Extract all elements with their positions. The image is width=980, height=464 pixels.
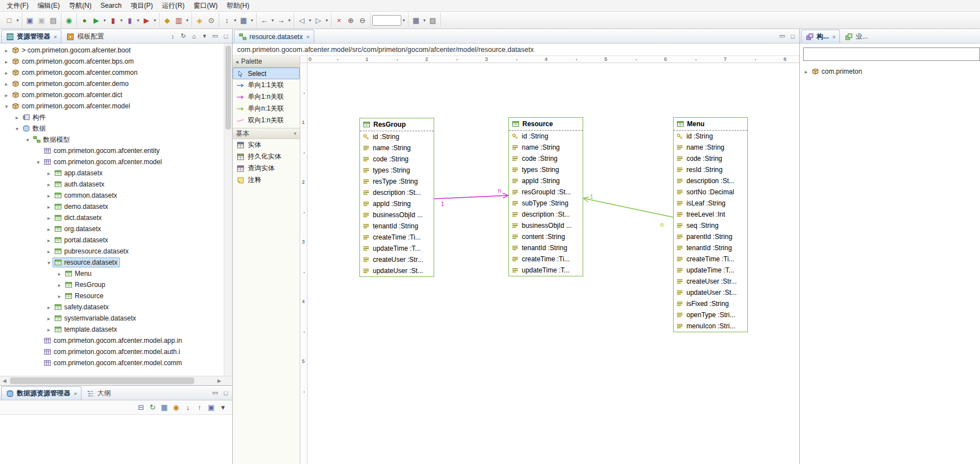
tree-item[interactable]: ▸app.datasetx xyxy=(0,168,232,179)
diagram-canvas[interactable]: 1nn1 ResGroupid :Stringname :Stringcode … xyxy=(308,63,799,464)
chevron-expanded-icon[interactable]: ▾ xyxy=(23,137,32,143)
component-search-input[interactable] xyxy=(803,47,980,61)
tree-item[interactable]: ▸构件 xyxy=(0,112,232,123)
palette-tool-assoc-1-n[interactable]: 单向1:n关联 xyxy=(233,91,300,103)
tree-item[interactable]: ▸ResGroup xyxy=(0,279,232,290)
entity-field[interactable]: updateUser :St... xyxy=(360,265,434,276)
palette-tool-assoc-n-1[interactable]: 单向n:1关联 xyxy=(233,103,300,114)
entity-field[interactable]: name :String xyxy=(509,142,583,153)
tree-item[interactable]: ▸safety.datasetx xyxy=(0,302,232,313)
chevron-collapsed-icon[interactable]: ▸ xyxy=(45,181,53,188)
menu-navigate[interactable]: 导航(N) xyxy=(64,0,96,12)
link-with-editor-icon[interactable]: ↕ xyxy=(167,31,178,41)
toolbar-external-tools-dropdown-icon[interactable]: ▾ xyxy=(152,18,157,23)
tree-item[interactable]: com.primeton.gocom.afcenter.model.app.in xyxy=(0,335,232,346)
toolbar-new-table-icon[interactable]: ▦ xyxy=(238,14,249,26)
toolbar-profile-icon[interactable]: ▮ xyxy=(124,14,136,26)
palette-tool-query-entity-tool[interactable]: 查询实体 xyxy=(233,162,300,174)
close-icon[interactable]: × xyxy=(832,34,835,40)
entity-field[interactable]: id :String xyxy=(360,131,434,142)
entity-field[interactable]: description :St... xyxy=(674,175,747,186)
close-icon[interactable]: × xyxy=(306,34,309,40)
toolbar-back-icon[interactable]: ← xyxy=(258,14,270,26)
entity-field[interactable]: businessObjId ... xyxy=(360,209,434,221)
chevron-collapsed-icon[interactable]: ▸ xyxy=(45,315,53,322)
palette-group-basic[interactable]: 基本▾ xyxy=(233,128,300,139)
chevron-collapsed-icon[interactable]: ▸ xyxy=(2,47,11,54)
chevron-collapsed-icon[interactable]: ▸ xyxy=(45,304,53,310)
tree-item[interactable]: ▸demo.datasetx xyxy=(0,201,232,212)
toolbar-forward-dropdown-icon[interactable]: ▾ xyxy=(287,18,292,23)
entity-field[interactable]: createUser :Str... xyxy=(360,254,434,265)
entity-field[interactable]: treeLevel :Int xyxy=(674,209,747,220)
chevron-collapsed-icon[interactable]: ▸ xyxy=(802,69,810,75)
entity-field[interactable]: isFixed :String xyxy=(674,298,747,309)
toolbar-overview-icon[interactable]: ▨ xyxy=(427,14,439,26)
chevron-collapsed-icon[interactable]: ▸ xyxy=(2,81,11,87)
tree-item[interactable]: ▸portal.datasetx xyxy=(0,235,232,246)
chevron-collapsed-icon[interactable]: ▸ xyxy=(45,204,53,210)
chevron-collapsed-icon[interactable]: ▸ xyxy=(55,282,64,288)
palette-tool-assoc-1-1[interactable]: 单向1:1关联 xyxy=(233,79,300,91)
close-icon[interactable]: × xyxy=(74,390,77,397)
toolbar-delete-icon[interactable]: × xyxy=(333,14,345,26)
chevron-collapsed-icon[interactable]: ▸ xyxy=(45,170,53,176)
toolbar-layout-icon[interactable]: ▦ xyxy=(410,14,422,26)
entity-field[interactable]: updateTime :T... xyxy=(360,243,434,254)
scroll-left-icon[interactable]: ◀ xyxy=(0,378,9,384)
tree-item[interactable]: com.primeton.gocom.afcenter.model.comm xyxy=(0,357,232,369)
entity-field[interactable]: content :String xyxy=(509,231,583,242)
tab-components[interactable]: 构...× xyxy=(801,30,840,43)
entity-field[interactable]: createTime :Ti... xyxy=(674,253,747,265)
entity-field[interactable]: name :String xyxy=(360,142,434,154)
toolbar-new-table-dropdown-icon[interactable]: ▾ xyxy=(249,18,254,23)
toolbar-zoom-out-icon[interactable]: ⊖ xyxy=(357,14,368,26)
tree-item[interactable]: ▸common.datasetx xyxy=(0,190,232,201)
maximize-icon[interactable]: □ xyxy=(220,388,231,398)
view-menu-icon[interactable]: ▾ xyxy=(199,31,210,41)
entity-field[interactable]: seq :String xyxy=(674,220,747,231)
entity-field[interactable]: description :St... xyxy=(509,209,583,220)
entity-field[interactable]: tenantId :String xyxy=(360,221,434,232)
chevron-expanded-icon[interactable]: ▾ xyxy=(2,103,11,109)
toolbar-zoom-level-combo[interactable] xyxy=(372,15,401,26)
entity-field[interactable]: createUser :Str... xyxy=(674,276,747,287)
toolbar-zoom-level-dropdown-icon[interactable]: ▾ xyxy=(401,18,406,23)
datasource-link-with-editor-icon[interactable]: ▦ xyxy=(158,401,170,414)
entity-field[interactable]: description :St... xyxy=(360,187,434,198)
entity-field[interactable]: id :String xyxy=(509,131,583,142)
toolbar-toolbox-icon[interactable]: ▥ xyxy=(173,14,185,26)
maximize-icon[interactable]: □ xyxy=(220,31,231,41)
chevron-expanded-icon[interactable]: ▾ xyxy=(13,126,21,132)
chevron-collapsed-icon[interactable]: ▸ xyxy=(45,215,53,221)
tab-business[interactable]: 业... xyxy=(840,30,872,43)
entity-field[interactable]: createTime :Ti... xyxy=(360,232,434,243)
explorer-horizontal-scrollbar[interactable]: ◀ ▶ xyxy=(0,376,232,385)
toolbar-sort-dropdown-icon[interactable]: ▾ xyxy=(233,18,238,23)
entity-field[interactable]: name :String xyxy=(674,142,747,153)
entity-field[interactable]: code :String xyxy=(509,153,583,164)
palette-tool-entity-tool[interactable]: 实体 xyxy=(233,139,300,151)
entity-field[interactable]: updateUser :St... xyxy=(674,287,747,298)
editor-tab-resource-datasetx[interactable]: resource.datasetx× xyxy=(234,30,314,43)
tree-item[interactable]: ▸pubresource.datasetx xyxy=(0,246,232,257)
tree-item[interactable]: ▸com.primeton xyxy=(800,66,980,77)
entity-resgroup[interactable]: ResGroupid :Stringname :Stringcode :Stri… xyxy=(359,118,434,277)
entity-field[interactable]: createTime :Ti... xyxy=(509,253,583,265)
explorer-vertical-scrollbar[interactable] xyxy=(224,44,232,376)
tree-item[interactable]: ▸dict.datasetx xyxy=(0,212,232,223)
tree-item[interactable]: ▸com.primeton.gocom.afcenter.dict xyxy=(0,89,232,101)
toolbar-save-all-icon[interactable]: ▣ xyxy=(36,14,47,26)
tab-datasource-explorer[interactable]: 数据源资源管理器× xyxy=(1,386,81,400)
minimize-icon[interactable]: ▭ xyxy=(210,31,220,41)
toolbar-lightning-icon[interactable]: ◈ xyxy=(194,14,205,26)
editor-maximize-icon[interactable]: □ xyxy=(787,31,798,41)
scrollbar-thumb[interactable] xyxy=(225,46,231,130)
tree-item[interactable]: ▸com.primeton.gocom.afcenter.bps.om xyxy=(0,56,232,67)
entity-field[interactable]: resId :String xyxy=(674,164,747,175)
chevron-collapsed-icon[interactable]: ▸ xyxy=(2,70,11,76)
datasource-export-icon[interactable]: ↑ xyxy=(194,401,205,414)
tree-item[interactable]: com.primeton.gocom.afcenter.entity xyxy=(0,145,232,156)
entity-field[interactable]: resType :String xyxy=(360,176,434,187)
toolbar-forward-icon[interactable]: → xyxy=(275,14,287,26)
